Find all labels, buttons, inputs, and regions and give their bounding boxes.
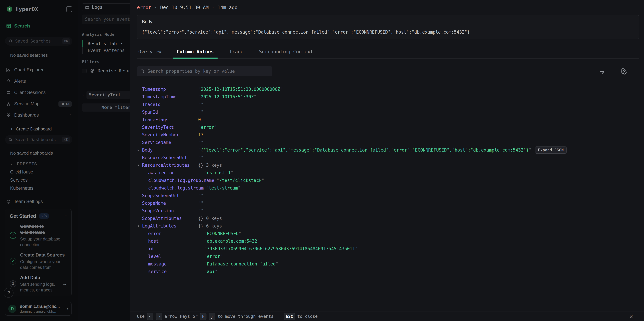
property-row[interactable]: ServiceName""	[138, 139, 639, 146]
hint-text: arrow keys or	[164, 314, 198, 319]
source-label: Logs	[92, 5, 102, 10]
event-search-input[interactable]: Search your events	[82, 14, 130, 24]
property-row[interactable]: ResourceSchemaUrl""	[138, 154, 639, 161]
property-key: error	[148, 231, 204, 236]
property-row[interactable]: ScopeSchemaUrl""	[138, 192, 639, 199]
body-json: {"level":"error","service":"api","messag…	[142, 29, 634, 34]
collapse-icon[interactable]: ▼	[138, 225, 142, 228]
event-header: error · Dec 10 9:51:30 AM · 14m ago	[137, 5, 639, 10]
property-row[interactable]: ScopeName""	[138, 199, 639, 207]
property-row[interactable]: cloudwatch.log.group.name"/test/clicksta…	[138, 177, 639, 184]
property-row[interactable]: SeverityNumber17	[138, 131, 639, 139]
create-dashboard-button[interactable]: + Create Dashboard	[10, 126, 78, 132]
sidebar-collapse-icon[interactable]: ‹	[66, 6, 72, 12]
property-row[interactable]: ▶Body"{"level":"error","service":"api","…	[138, 146, 639, 154]
logs-icon	[85, 5, 90, 10]
property-value: ""	[198, 201, 204, 206]
quote: "	[257, 239, 260, 244]
property-row[interactable]: SpanId""	[138, 108, 639, 116]
denoise-checkbox[interactable]	[82, 69, 86, 73]
property-key: ResourceAttributes	[142, 163, 198, 168]
team-settings-label: Team Settings	[14, 199, 43, 204]
sidebar-item-service-map[interactable]: Service Map BETA	[0, 98, 78, 109]
property-row[interactable]: ▼LogAttributes{} 6 keys	[138, 222, 639, 230]
property-key: cloudwatch.log.stream	[148, 185, 206, 191]
sidebar-item-team-settings[interactable]: Team Settings	[6, 199, 78, 204]
quote: "	[276, 262, 278, 267]
property-row[interactable]: service"api"	[138, 268, 639, 275]
mode-event-patterns[interactable]: Event Patterns	[82, 47, 130, 54]
property-row[interactable]: SeverityText"error"	[138, 123, 639, 131]
user-menu[interactable]: D dominic.tran@clic... dominic.tran@clic…	[5, 302, 72, 316]
property-value: {} 3 keys	[198, 163, 222, 168]
property-row[interactable]: Timestamp"2025-12-10T15:51:30.000000000Z…	[138, 85, 639, 93]
property-row[interactable]: ScopeVersion""	[138, 207, 639, 215]
quote: "	[201, 102, 204, 107]
sidebar-item-client-sessions[interactable]: Client Sessions	[0, 87, 78, 98]
sidebar-item-chart-explorer[interactable]: Chart Explorer	[0, 64, 78, 76]
more-filters-button[interactable]: More filters	[82, 103, 130, 112]
chevron-up-icon[interactable]: ⌃	[69, 113, 72, 117]
tab-overview[interactable]: Overview	[138, 49, 161, 58]
property-search-input[interactable]: Search properties by key or value	[137, 66, 272, 76]
facet-severitytext[interactable]: › SeverityText	[82, 91, 130, 99]
keyboard-hints-bar: Use ← → arrow keys or k j to move throug…	[130, 312, 644, 321]
saved-dashboards-placeholder: Saved Dashboards	[15, 137, 62, 142]
detail-tabs: Overview Column Values Trace Surrounding…	[137, 49, 639, 58]
tab-column-values[interactable]: Column Values	[177, 49, 214, 58]
mode-results-table[interactable]: Results Table	[82, 40, 130, 47]
property-value: "Database connection failed"	[204, 262, 278, 267]
tab-trace[interactable]: Trace	[229, 49, 244, 58]
event-timestamp: Dec 10 9:51:30 AM	[160, 5, 209, 10]
search-icon	[140, 69, 145, 74]
saved-dashboards-input[interactable]: Saved Dashboards ⌘K	[5, 135, 72, 144]
get-started-item[interactable]: ✓ Connect to ClickHouse Set up your data…	[10, 223, 67, 248]
denoise-toggle[interactable]: Denoise Results	[82, 68, 130, 73]
preset-clickhouse[interactable]: ClickHouse	[10, 168, 78, 176]
collapse-icon[interactable]: ▼	[138, 164, 142, 167]
tab-surrounding-context[interactable]: Surrounding Context	[259, 49, 313, 58]
body-label: Body	[142, 19, 634, 24]
property-key: cloudwatch.log.group.name	[148, 178, 216, 183]
arrow-right-icon: →	[62, 281, 67, 287]
j-key: j	[209, 313, 215, 320]
property-row[interactable]: message"Database connection failed"	[138, 260, 639, 268]
presets-toggle[interactable]: ⌄ PRESETS	[10, 162, 78, 166]
property-value: "test-stream"	[206, 185, 240, 191]
close-icon[interactable]: ✕	[630, 313, 633, 320]
property-row[interactable]: TraceId""	[138, 101, 639, 108]
property-row[interactable]: ScopeAttributes{} 0 keys	[138, 215, 639, 222]
property-row[interactable]: id"3936933170699041670661627958043769141…	[138, 245, 639, 253]
property-row[interactable]: TimestampTime"2025-12-10T15:51:30Z"	[138, 93, 639, 101]
sidebar-item-dashboards[interactable]: Dashboards ⌃	[0, 109, 78, 121]
mode-label: Results Table	[88, 41, 122, 46]
get-started-item[interactable]: ✓ Create Data Sources Configure where yo…	[10, 252, 67, 270]
string-value: ECONNREFUSED	[207, 231, 239, 236]
source-selector[interactable]: Logs	[82, 3, 130, 11]
property-row[interactable]: level"error"	[138, 253, 639, 260]
gear-icon[interactable]	[620, 68, 627, 75]
chevron-up-icon[interactable]: ⌃	[69, 24, 72, 28]
quote: "	[198, 208, 201, 213]
property-row[interactable]: aws.region"us-east-1"	[138, 169, 639, 177]
expand-json-button[interactable]: Expand JSON	[535, 146, 566, 154]
preset-kubernetes[interactable]: Kubernetes	[10, 184, 78, 192]
property-row[interactable]: ▼ResourceAttributes{} 3 keys	[138, 161, 639, 169]
property-row[interactable]: cloudwatch.log.stream"test-stream"	[138, 184, 639, 192]
string-value: db.example.com:5432	[207, 239, 257, 244]
quote: "	[198, 155, 201, 160]
get-started-item[interactable]: 3 Add Data Start sending logs, metrics, …	[10, 275, 67, 293]
property-key: LogAttributes	[142, 224, 198, 229]
property-row[interactable]: host"db.example.com:5432"	[138, 237, 639, 245]
preset-services[interactable]: Services	[10, 176, 78, 184]
expand-icon[interactable]: ▶	[138, 149, 142, 152]
property-value: "2025-12-10T15:51:30Z"	[198, 94, 256, 99]
chevron-up-icon[interactable]: ⌃	[64, 214, 67, 218]
sidebar-item-search[interactable]: Search ⌃	[0, 23, 78, 33]
help-button[interactable]: ?	[4, 288, 14, 298]
sidebar-item-alerts[interactable]: Alerts	[0, 76, 78, 87]
wrap-lines-icon[interactable]	[599, 68, 606, 75]
saved-searches-input[interactable]: Saved Searches ⌘K	[5, 37, 72, 45]
property-row[interactable]: error"ECONNREFUSED"	[138, 230, 639, 237]
property-row[interactable]: TraceFlags0	[138, 116, 639, 123]
